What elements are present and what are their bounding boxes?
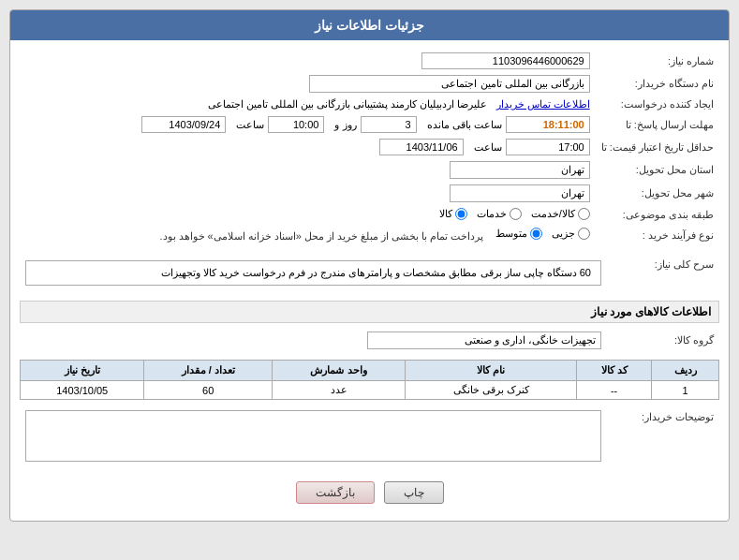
th-nam: نام کالا [406,361,577,381]
ijad-konande-link[interactable]: اطلاعات تماس خریدار [496,98,590,110]
th-tarikh: تاریخ نیاز [21,361,144,381]
radio-kala-item: کالا [439,208,467,220]
goroh-label: گروه کالا: [607,329,719,352]
row-shomare-niaz: شماره نیاز: 1103096446000629 [20,50,719,72]
mohlat-baghi-label: ساعت باقی مانده [427,119,502,131]
page-header: جزئیات اطلاعات نیاز [10,10,729,40]
radio-khadamat[interactable] [510,208,522,220]
tozih-textarea[interactable] [25,410,601,462]
main-container: جزئیات اطلاعات نیاز شماره نیاز: 11030964… [9,9,730,522]
radio-kala-khadamat[interactable] [578,208,590,220]
tozih-table: توضیحات خریدار: [20,407,719,466]
tozih-value-cell [20,407,607,466]
tabaqebandi-value: کالا/خدمت خدمات کالا [20,205,596,225]
row-nam-dastgah: نام دستگاه خریدار: بازرگانی بین المللی ت… [20,72,719,96]
cell-tedad: 60 [144,381,273,400]
shomare-niaz-label: شماره نیاز: [596,50,719,72]
note-text: پرداخت تمام با بخشی از مبلغ خرید از محل … [159,230,483,242]
kala-table-head: ردیف کد کالا نام کالا واحد شمارش تعداد /… [21,361,719,381]
mohlat-baghi-field: 18:11:00 [506,116,590,133]
nam-dastgah-value: بازرگانی بین المللی تامین اجتماعی [20,72,596,96]
tozih-label: توضیحات خریدار: [607,407,719,466]
mohlat-label: مهلت ارسال پاسخ: تا [596,113,719,136]
radio-jozvi-item: جزیی [552,228,590,240]
shomare-niaz-field: 1103096446000629 [421,52,590,69]
radio-khadamat-label: خدمات [477,208,507,220]
radio-kala[interactable] [455,208,467,220]
radio-motevaset[interactable] [530,228,542,240]
row-mohlat: مهلت ارسال پاسخ: تا 18:11:00 ساعت باقی م… [20,113,719,136]
row-ostan: استان محل تحویل: تهران [20,158,719,182]
mohlat-roz-label: روز و [334,119,356,131]
row-haddaksal: حداقل تاریخ اعتبار قیمت: تا 17:00 ساعت 1… [20,136,719,158]
goroh-table: گروه کالا: تجهیزات خانگی، اداری و صنعتی [20,329,719,352]
row-goroh: گروه کالا: تجهیزات خانگی، اداری و صنعتی [20,329,719,352]
mohlat-saat-field: 10:00 [268,116,324,133]
radio-jozvi[interactable] [578,228,590,240]
haddaksal-date-field: 1403/11/06 [379,139,464,155]
kala-table-body: 1 -- کنرک برقی خانگی عدد 60 1403/10/05 [21,381,719,400]
ijad-konande-label: ایجاد کننده درخواست: [596,96,719,113]
table-header-row: ردیف کد کالا نام کالا واحد شمارش تعداد /… [21,361,719,381]
page-title: جزئیات اطلاعات نیاز [315,18,424,33]
radio-motevaset-item: متوسط [495,228,542,240]
radio-kala-khadamat-label: کالا/خدمت [531,208,575,220]
shahr-label: شهر محل تحویل: [596,182,719,205]
mohlat-value: 18:11:00 ساعت باقی مانده 3 روز و 10:00 س… [20,113,596,136]
ijad-konande-text: علیرضا اردبیلیان کارمند پشتیبانی بازرگان… [208,98,487,110]
mohlat-saat-label: ساعت [236,119,264,131]
haddaksal-saat-field: 17:00 [506,139,590,155]
sarj-box: 60 دستگاه چاپی ساز برقی مطابق مشخصات و پ… [25,260,601,286]
goroh-value-cell: تجهیزات خانگی، اداری و صنعتی [20,329,607,352]
radio-motevaset-label: متوسط [495,228,527,240]
shahr-field: تهران [450,184,590,202]
row-sarj: سرح کلی نیاز: 60 دستگاه چاپی ساز برقی مط… [20,253,719,293]
goroh-field: تجهیزات خانگی، اداری و صنعتی [367,332,601,349]
noe-farayand-value: جزیی متوسط پرداخت تمام با بخشی از مبلغ خ… [20,225,596,245]
cell-kod: -- [577,381,652,400]
tabaqebandi-radios: کالا/خدمت خدمات کالا [439,208,590,220]
back-button[interactable]: بازگشت [296,481,375,504]
nam-dastgah-field: بازرگانی بین المللی تامین اجتماعی [309,75,590,93]
mohlat-roz-field: 3 [361,116,417,133]
cell-tarikh: 1403/10/05 [21,381,144,400]
shomare-niaz-value: 1103096446000629 [20,50,596,72]
info-table: شماره نیاز: 1103096446000629 نام دستگاه … [20,50,719,245]
mohlat-date-field: 1403/09/24 [141,116,226,133]
haddaksal-label: حداقل تاریخ اعتبار قیمت: تا [596,136,719,158]
haddaksal-saat-label: ساعت [474,141,502,154]
sarj-value-cell: 60 دستگاه چاپی ساز برقی مطابق مشخصات و پ… [20,253,607,293]
row-ijad-konande: ایجاد کننده درخواست: اطلاعات تماس خریدار… [20,96,719,113]
cell-radif: 1 [652,381,719,400]
print-button[interactable]: چاپ [384,481,444,504]
th-kod: کد کالا [577,361,652,381]
noe-farayand-radios: جزیی متوسط [495,228,590,240]
row-noe-farayand: نوع فرآیند خرید : جزیی متوسط [20,225,719,245]
haddaksal-value: 17:00 ساعت 1403/11/06 [20,136,596,158]
radio-jozvi-label: جزیی [552,228,575,240]
ettelaat-section-title: اطلاعات کالاهای مورد نیاز [20,301,719,323]
radio-kala-khadamat-item: کالا/خدمت [531,208,590,220]
th-tedad: تعداد / مقدار [144,361,273,381]
sarj-label: سرح کلی نیاز: [607,253,719,293]
radio-kala-label: کالا [439,208,452,220]
ostan-field: تهران [450,161,590,179]
cell-vahed: عدد [272,381,405,400]
haddaksal-inline: 17:00 ساعت 1403/11/06 [379,139,590,155]
buttons-row: چاپ بازگشت [20,474,719,511]
th-radif: ردیف [652,361,719,381]
row-shahr: شهر محل تحویل: تهران [20,182,719,205]
shahr-value: تهران [20,182,596,205]
row-tabaqebandi: طبقه بندی موضوعی: کالا/خدمت خدمات [20,205,719,225]
sarj-table: سرح کلی نیاز: 60 دستگاه چاپی ساز برقی مط… [20,253,719,293]
radio-khadamat-item: خدمات [477,208,522,220]
th-vahed: واحد شمارش [272,361,405,381]
tabaqebandi-label: طبقه بندی موضوعی: [596,205,719,225]
noe-farayand-label: نوع فرآیند خرید : [596,225,719,245]
cell-nam: کنرک برقی خانگی [406,381,577,400]
kala-table: ردیف کد کالا نام کالا واحد شمارش تعداد /… [20,360,719,400]
row-tozih: توضیحات خریدار: [20,407,719,466]
mohlat-inline: 18:11:00 ساعت باقی مانده 3 روز و 10:00 س… [141,116,589,133]
ijad-konande-value: اطلاعات تماس خریدار علیرضا اردبیلیان کار… [20,96,596,113]
nam-dastgah-label: نام دستگاه خریدار: [596,72,719,96]
